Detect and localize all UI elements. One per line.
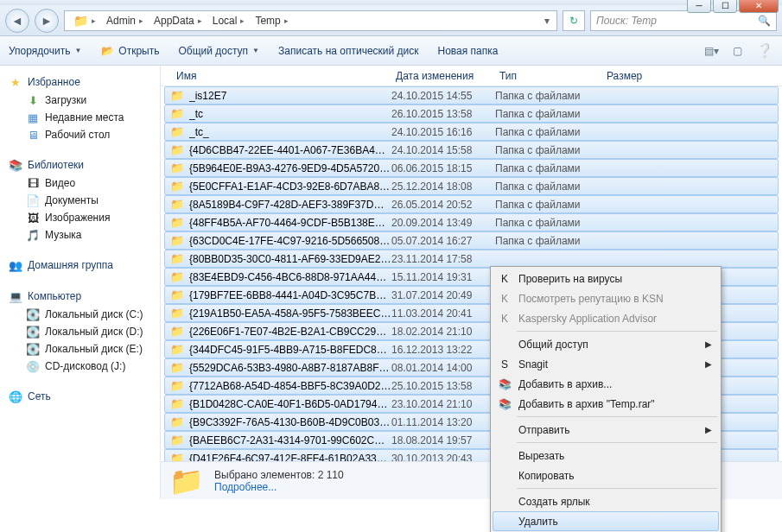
- sidebar-item[interactable]: ▦Недавние места: [3, 109, 156, 126]
- sidebar-libraries[interactable]: 📚Библиотеки: [3, 155, 156, 174]
- new-folder-button[interactable]: Новая папка: [438, 45, 499, 57]
- file-name: {226E06F1-7E07-4B2E-B2A1-CB9CC29754...: [189, 326, 391, 338]
- breadcrumb-seg: Local▸: [207, 11, 251, 30]
- folder-icon: 📁: [170, 325, 184, 338]
- menu-item[interactable]: Вырезать: [493, 446, 719, 466]
- organize-button[interactable]: Упорядочить▼: [9, 45, 81, 57]
- file-name: {5529DCA6-53B3-4980-A8B7-8187AB8F06E...: [189, 362, 391, 374]
- menu-item[interactable]: KПроверить на вирусы: [493, 269, 719, 288]
- column-headers[interactable]: Имя Дата изменения Тип Размер: [161, 66, 782, 86]
- file-date: 31.07.2014 20:49: [391, 289, 495, 301]
- back-button[interactable]: ◄: [5, 9, 29, 33]
- share-button[interactable]: Общий доступ▼: [178, 45, 259, 57]
- sidebar-favorites[interactable]: ★Избранное: [3, 73, 156, 92]
- drive-icon: 💽: [26, 342, 40, 356]
- burn-button[interactable]: Записать на оптический диск: [278, 45, 419, 57]
- menu-item[interactable]: 📚Добавить в архив...: [493, 374, 719, 394]
- menu-item[interactable]: KKaspersky Application Advisor: [493, 308, 719, 328]
- menu-item[interactable]: Создать ярлык: [493, 491, 719, 511]
- library-icon: 📚: [9, 158, 22, 172]
- file-name: _tc: [189, 108, 391, 120]
- sidebar-homegroup[interactable]: 👥Домашняя группа: [3, 256, 156, 275]
- status-text: Выбрано элементов: 2 110: [214, 469, 344, 481]
- homegroup-icon: 👥: [9, 258, 22, 272]
- help-icon[interactable]: ❔: [756, 42, 773, 59]
- file-date: 23.10.2014 21:10: [391, 398, 495, 410]
- title-bar: ─ ☐ ✕: [0, 0, 782, 5]
- menu-icon: S: [498, 358, 512, 370]
- file-name: {B9C3392F-76A5-4130-B60B-4D9C0B03E6...: [189, 416, 391, 428]
- file-name: {5B964E0E-B9A3-4276-9ED9-4D5A572074...: [189, 162, 391, 174]
- folder-icon: 📁: [170, 89, 184, 102]
- file-date: 24.10.2015 14:55: [391, 90, 495, 102]
- file-date: 01.11.2014 13:20: [391, 416, 495, 428]
- sidebar-item[interactable]: 🎵Музыка: [3, 226, 156, 244]
- context-menu[interactable]: KПроверить на вирусыKПосмотреть репутаци…: [490, 266, 722, 532]
- download-icon: ⬇: [26, 93, 40, 107]
- nav-bar: ◄ ► 📁▸ Admin▸ AppData▸ Local▸ Temp▸ ▾ ↻ …: [0, 5, 782, 36]
- table-row[interactable]: 📁{4D6CBB47-22EE-4401-A067-7E36BA4F37...2…: [164, 141, 779, 159]
- sidebar-item[interactable]: 🎞Видео: [3, 174, 156, 192]
- sidebar-computer[interactable]: 💻Компьютер: [3, 287, 156, 306]
- minimize-button[interactable]: ─: [687, 0, 711, 13]
- view-icon[interactable]: ▤▾: [704, 44, 718, 58]
- folder-icon: 📁: [170, 162, 184, 174]
- file-name: {7712AB68-A54D-4854-BBF5-8C39A0D23EC5}: [189, 380, 391, 392]
- table-row[interactable]: 📁_is12E724.10.2015 14:55Папка с файлами: [164, 86, 779, 104]
- table-row[interactable]: 📁{80BB0D35-30C0-4811-AF69-33ED9AE27...23…: [164, 250, 779, 268]
- sidebar-item[interactable]: 💽Локальный диск (C:): [3, 306, 156, 323]
- menu-label: Kaspersky Application Advisor: [518, 313, 657, 325]
- image-icon: 🖼: [26, 211, 40, 225]
- table-row[interactable]: 📁{5E0CFFA1-E1AF-4CD3-92E8-6D7ABA881...25…: [164, 177, 779, 195]
- details-link[interactable]: Подробнее...: [214, 481, 344, 493]
- sidebar-item[interactable]: 💽Локальный диск (E:): [3, 340, 156, 358]
- file-name: {B1D0428C-CA0E-40F1-B6D5-0AD17943E...: [189, 398, 391, 410]
- menu-item[interactable]: 📚Добавить в архив "Temp.rar": [493, 394, 719, 414]
- menu-item[interactable]: Копировать: [493, 466, 719, 485]
- sidebar-network[interactable]: 🌐Сеть: [3, 387, 156, 406]
- sidebar-item[interactable]: 💿CD-дисковод (J:): [3, 358, 156, 375]
- menu-icon: K: [498, 313, 512, 325]
- table-row[interactable]: 📁_tc_24.10.2015 16:16Папка с файлами: [164, 123, 779, 141]
- menu-item[interactable]: Отправить▶: [493, 420, 719, 440]
- refresh-button[interactable]: ↻: [563, 10, 585, 31]
- search-input[interactable]: Поиск: Temp 🔍: [590, 10, 777, 31]
- folder-icon: 📁: [170, 107, 184, 120]
- breadcrumb[interactable]: 📁▸ Admin▸ AppData▸ Local▸ Temp▸ ▾: [64, 10, 557, 31]
- menu-label: Общий доступ: [518, 339, 588, 351]
- menu-label: Отправить: [518, 424, 570, 436]
- menu-icon: K: [498, 293, 512, 305]
- table-row[interactable]: 📁{5B964E0E-B9A3-4276-9ED9-4D5A572074...0…: [164, 159, 779, 177]
- close-button[interactable]: ✕: [739, 0, 779, 13]
- folder-open-icon: 📂: [100, 44, 114, 58]
- file-type: Папка с файлами: [495, 144, 602, 156]
- table-row[interactable]: 📁{63CD0C4E-17FE-4C97-9216-5D56650887...0…: [164, 231, 779, 250]
- sidebar-item[interactable]: 🖼Изображения: [3, 209, 156, 226]
- folder-icon: 📁: [170, 288, 184, 301]
- sidebar-item[interactable]: 📄Документы: [3, 192, 156, 209]
- open-button[interactable]: 📂Открыть: [100, 44, 159, 58]
- forward-button[interactable]: ►: [35, 9, 59, 33]
- file-date: 18.02.2014 21:10: [391, 326, 495, 338]
- maximize-button[interactable]: ☐: [713, 0, 737, 13]
- table-row[interactable]: 📁{8A5189B4-C9F7-428D-AEF3-389F37DC34...2…: [164, 195, 779, 213]
- menu-label: Копировать: [518, 470, 575, 482]
- sidebar: ★Избранное ⬇Загрузки ▦Недавние места 🖥Ра…: [0, 66, 161, 499]
- menu-item[interactable]: KПосмотреть репутацию в KSN: [493, 288, 719, 308]
- folder-icon: 📁: [170, 361, 184, 374]
- sidebar-item[interactable]: 💽Локальный диск (D:): [3, 323, 156, 340]
- menu-item[interactable]: SSnagit▶: [493, 354, 719, 374]
- drive-icon: 💽: [26, 325, 40, 339]
- sidebar-item[interactable]: ⬇Загрузки: [3, 92, 156, 109]
- menu-item[interactable]: Общий доступ▶: [493, 334, 719, 354]
- menu-item[interactable]: Удалить: [493, 511, 719, 531]
- file-name: {219A1B50-EA5A-458A-95F5-7583BEECC...: [189, 307, 391, 320]
- preview-icon[interactable]: ▢: [730, 44, 744, 58]
- table-row[interactable]: 📁{48FF4B5A-AF70-4464-9CDF-B5B138EB5B...2…: [164, 213, 779, 231]
- menu-label: Snagit: [518, 358, 548, 370]
- sidebar-item[interactable]: 🖥Рабочий стол: [3, 126, 156, 143]
- star-icon: ★: [9, 75, 22, 89]
- file-type: Папка с файлами: [495, 126, 602, 138]
- table-row[interactable]: 📁_tc26.10.2015 13:58Папка с файлами: [164, 104, 779, 123]
- file-name: {63CD0C4E-17FE-4C97-9216-5D56650887...: [189, 235, 391, 247]
